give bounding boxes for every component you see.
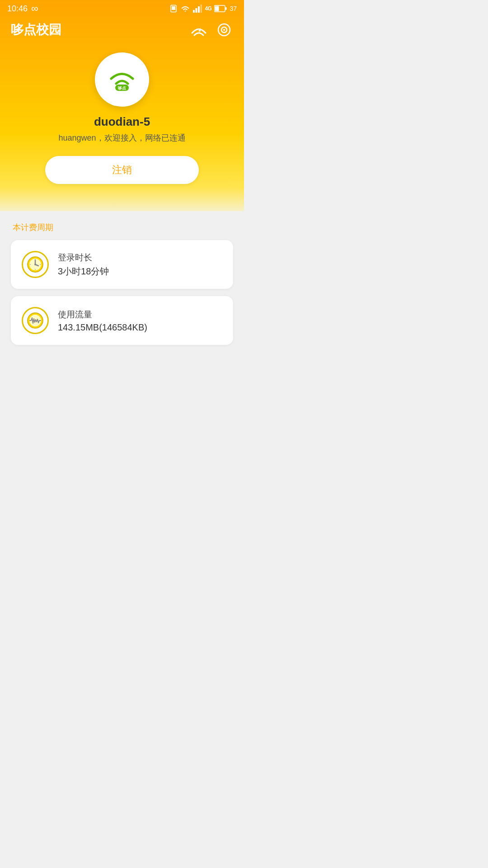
svg-rect-3 bbox=[196, 8, 197, 13]
welcome-text: huangwen，欢迎接入，网络已连通 bbox=[58, 132, 185, 143]
login-duration-title: 登录时长 bbox=[58, 252, 109, 264]
wifi-speed-icon bbox=[190, 23, 207, 37]
app-container: 10:46 ∞ bbox=[0, 0, 244, 370]
wifi-status-icon bbox=[180, 5, 190, 13]
signal-icon bbox=[193, 5, 202, 13]
battery-icon bbox=[214, 5, 227, 12]
login-duration-info: 登录时长 3小时18分钟 bbox=[58, 252, 109, 278]
svg-rect-5 bbox=[201, 5, 202, 13]
phone-icon bbox=[169, 5, 178, 13]
top-nav: 哆点校园 bbox=[0, 16, 244, 48]
traffic-icon bbox=[27, 312, 44, 329]
traffic-usage-info: 使用流量 143.15MB(146584KB) bbox=[58, 309, 147, 333]
ssid-name: duodian-5 bbox=[94, 115, 150, 129]
logo-section: 哆点 duodian-5 huangwen，欢迎接入，网络已连通 注销 bbox=[0, 48, 244, 193]
scan-icon bbox=[216, 22, 232, 38]
clock-icon-circle bbox=[22, 251, 49, 278]
network-type: 4G bbox=[205, 5, 211, 12]
status-right: 4G 37 bbox=[169, 5, 237, 13]
svg-rect-2 bbox=[193, 10, 195, 13]
svg-rect-7 bbox=[225, 7, 227, 10]
svg-point-18 bbox=[34, 264, 36, 265]
billing-label: 本计费周期 bbox=[11, 222, 233, 233]
wifi-logo-svg: 哆点 bbox=[104, 64, 140, 95]
app-title: 哆点校园 bbox=[11, 21, 61, 38]
svg-point-11 bbox=[223, 29, 225, 31]
clock-icon bbox=[27, 256, 44, 273]
status-left: 10:46 ∞ bbox=[7, 3, 38, 14]
traffic-icon-circle bbox=[22, 307, 49, 334]
stats-section: 本计费周期 登录时长 3小 bbox=[0, 211, 244, 370]
nav-icons bbox=[190, 21, 233, 39]
cancel-button[interactable]: 注销 bbox=[45, 156, 199, 184]
status-bar: 10:46 ∞ bbox=[0, 0, 244, 16]
login-duration-value: 3小时18分钟 bbox=[58, 265, 109, 278]
scan-button[interactable] bbox=[215, 21, 233, 39]
svg-rect-1 bbox=[172, 6, 176, 10]
svg-rect-8 bbox=[215, 6, 219, 11]
svg-rect-4 bbox=[198, 6, 200, 13]
traffic-usage-card: 使用流量 143.15MB(146584KB) bbox=[11, 296, 233, 345]
traffic-usage-title: 使用流量 bbox=[58, 309, 147, 321]
infinity-icon: ∞ bbox=[31, 3, 38, 14]
traffic-usage-value: 143.15MB(146584KB) bbox=[58, 322, 147, 333]
app-logo: 哆点 bbox=[95, 52, 149, 107]
battery-level: 37 bbox=[230, 5, 237, 12]
wifi-speed-button[interactable] bbox=[190, 21, 208, 39]
header-area: 10:46 ∞ bbox=[0, 0, 244, 220]
svg-text:哆点: 哆点 bbox=[118, 86, 126, 90]
time-display: 10:46 bbox=[7, 4, 28, 14]
login-duration-card: 登录时长 3小时18分钟 bbox=[11, 240, 233, 289]
